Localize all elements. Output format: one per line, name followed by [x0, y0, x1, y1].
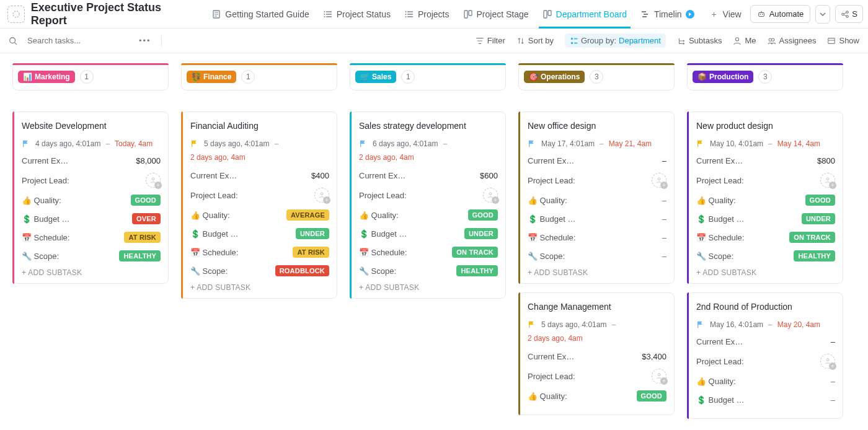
share-button[interactable]: S — [835, 5, 863, 23]
field-scope: 🔧 Scope:HEALTHY — [22, 250, 161, 262]
column-pill[interactable]: 🛒 Sales — [355, 71, 396, 83]
date-separator: – — [443, 139, 447, 148]
field-expenses: Current Ex…$8,000 — [22, 154, 161, 167]
date-separator: – — [105, 139, 110, 148]
field-value: $3,400 — [642, 352, 666, 361]
column-stripe — [350, 63, 506, 65]
me-filter[interactable]: Me — [733, 36, 756, 45]
tab-project-status[interactable]: Project Status — [317, 1, 397, 28]
search-input[interactable] — [27, 36, 102, 45]
avatar-add[interactable] — [820, 354, 835, 369]
add-subtask-button[interactable]: ADD SUBTASK — [22, 268, 161, 277]
column-header[interactable]: 🎯 Operations 3 — [518, 63, 675, 90]
add-subtask-button[interactable]: ADD SUBTASK — [528, 268, 666, 277]
card-dates: 5 days ago, 4:01am – — [190, 139, 329, 148]
field-label: Project Lead: — [190, 191, 238, 200]
subtasks-label: Subtasks — [689, 36, 722, 45]
filter-button[interactable]: Filter — [476, 36, 505, 45]
card-accent — [350, 112, 352, 299]
column-header[interactable]: 📦 Production 3 — [687, 63, 843, 90]
flag-icon — [528, 320, 536, 329]
status-badge: HEALTHY — [456, 265, 498, 276]
column-header[interactable]: 📊 Marketing 1 — [12, 63, 169, 90]
column-cards: Website Development 4 days ago, 4:01am –… — [12, 112, 169, 284]
subtasks-toggle[interactable]: Subtasks — [677, 36, 722, 45]
automate-button[interactable]: Automate — [750, 5, 811, 23]
person-icon — [733, 37, 742, 45]
field-label: 📅 Schedule: — [696, 233, 744, 242]
column-cards: Financial Auditing 5 days ago, 4:01am – … — [181, 112, 337, 299]
column-sales: 🛒 Sales 1 Sales strategy development 6 d… — [350, 63, 506, 420]
avatar-add[interactable] — [652, 369, 666, 384]
add-subtask-button[interactable]: ADD SUBTASK — [190, 283, 329, 292]
column-emoji-icon: 💱 — [192, 72, 201, 81]
column-emoji-icon: 📦 — [698, 72, 707, 81]
status-badge: GOOD — [805, 195, 835, 206]
field-label: Project Lead: — [22, 176, 69, 185]
task-card[interactable]: Sales strategy development 6 days ago, 4… — [350, 112, 506, 299]
avatar-add[interactable] — [820, 173, 835, 188]
tab-getting-started-guide[interactable]: Getting Started Guide — [205, 1, 315, 28]
field-value: $8,000 — [136, 156, 161, 165]
task-card[interactable]: New office design May 17, 4:01am – May 2… — [518, 112, 675, 284]
column-pill[interactable]: 🎯 Operations — [524, 71, 585, 83]
tab-department-board[interactable]: Department Board — [536, 1, 633, 28]
task-card[interactable]: Website Development 4 days ago, 4:01am –… — [12, 112, 169, 284]
flag-icon — [696, 320, 705, 329]
task-card[interactable]: New product design May 10, 4:01am – May … — [687, 112, 843, 284]
svg-line-32 — [844, 14, 847, 15]
sort-button[interactable]: Sort by — [516, 36, 554, 45]
person-add-icon — [820, 354, 835, 369]
column-pill[interactable]: 📦 Production — [693, 71, 753, 83]
flag-icon — [22, 139, 30, 148]
search-field[interactable] — [24, 33, 129, 48]
column-label: Finance — [203, 72, 231, 81]
show-menu[interactable]: Show — [827, 36, 859, 45]
avatar-add[interactable] — [483, 188, 498, 203]
svg-rect-23 — [642, 16, 647, 17]
card-title: Sales strategy development — [359, 121, 498, 131]
ai-play-icon — [686, 10, 694, 19]
avatar-add[interactable] — [652, 173, 666, 188]
add-view-button[interactable]: + View — [703, 1, 748, 28]
task-card[interactable]: 2nd Round of Production May 16, 4:01am –… — [687, 292, 843, 419]
column-pill[interactable]: 📊 Marketing — [18, 71, 75, 83]
empty-value: – — [662, 214, 666, 224]
person-add-icon — [146, 173, 161, 188]
groupby-button[interactable]: Group by: Department — [565, 33, 666, 48]
task-card[interactable]: Financial Auditing 5 days ago, 4:01am – … — [181, 112, 337, 299]
field-quality: 👍 Quality:GOOD — [359, 209, 498, 221]
more-options[interactable]: ••• — [135, 36, 155, 45]
tab-project-stage[interactable]: Project Stage — [457, 1, 535, 28]
sort-label: Sort by — [528, 36, 554, 45]
add-subtask-button[interactable]: ADD SUBTASK — [696, 268, 835, 277]
assignees-filter[interactable]: Assignees — [767, 36, 816, 45]
automate-dropdown[interactable] — [815, 5, 830, 24]
field-label: 👍 Quality: — [359, 211, 399, 220]
add-subtask-button[interactable]: ADD SUBTASK — [359, 283, 498, 292]
column-marketing: 📊 Marketing 1 Website Development 4 days… — [12, 63, 169, 420]
column-header[interactable]: 🛒 Sales 1 — [350, 63, 506, 90]
empty-value: – — [831, 377, 835, 386]
avatar-add[interactable] — [314, 188, 329, 203]
svg-point-36 — [571, 42, 574, 44]
avatar-add[interactable] — [146, 173, 161, 188]
card-dates: 6 days ago, 4:01am – — [359, 139, 498, 148]
column-header[interactable]: 💱 Finance 1 — [181, 63, 337, 90]
toolbar: ••• Filter Sort by Group by: Department … — [0, 29, 868, 53]
subtasks-icon — [677, 37, 686, 45]
empty-value: – — [662, 233, 666, 242]
tab-projects[interactable]: Projects — [398, 1, 456, 28]
svg-line-31 — [844, 12, 847, 14]
date-end: Today, 4am — [115, 139, 153, 148]
column-pill[interactable]: 💱 Finance — [187, 71, 236, 83]
task-card[interactable]: Change Management 5 days ago, 4:01am – 2… — [518, 292, 675, 415]
view-tabs: Getting Started Guide Project Status Pro… — [205, 1, 700, 28]
card-dates: May 17, 4:01am – May 21, 4am — [528, 139, 666, 148]
status-badge: GOOD — [468, 209, 498, 221]
svg-point-0 — [13, 11, 19, 17]
card-title: New product design — [696, 121, 835, 131]
field-lead: Project Lead: — [528, 369, 666, 384]
tab-timelin[interactable]: Timelin — [634, 1, 701, 28]
field-label: 📅 Schedule: — [190, 248, 238, 257]
